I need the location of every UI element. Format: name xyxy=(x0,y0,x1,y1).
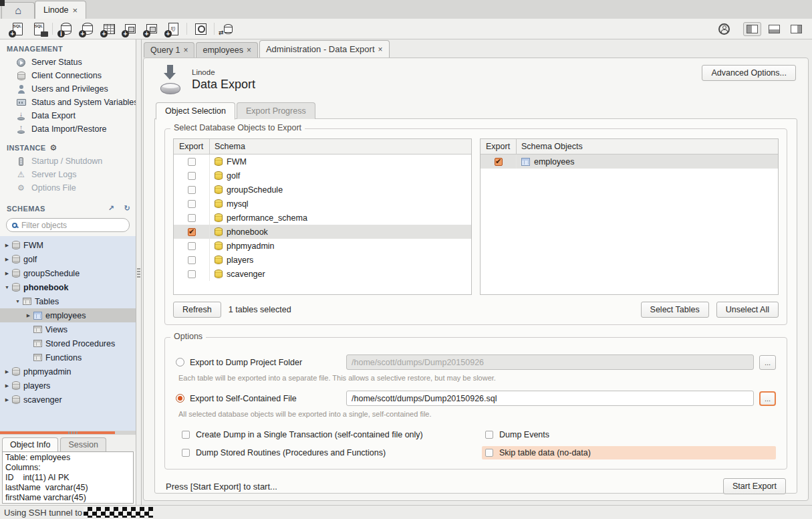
close-icon[interactable]: × xyxy=(183,45,188,55)
export-checkbox[interactable] xyxy=(188,228,196,236)
create-view-icon[interactable]: + xyxy=(121,20,140,37)
chevron-down-icon[interactable]: ▼ xyxy=(3,285,11,290)
toggle-bottom-panel-icon[interactable] xyxy=(765,22,783,36)
main-splitter[interactable] xyxy=(136,39,142,505)
create-procedure-icon[interactable]: + xyxy=(142,20,161,37)
export-checkbox[interactable] xyxy=(188,200,196,208)
close-icon[interactable]: × xyxy=(247,45,251,55)
table-row[interactable]: golf xyxy=(174,169,471,183)
sidebar-item-client-connections[interactable]: Client Connections xyxy=(0,69,136,82)
tab-session[interactable]: Session xyxy=(60,437,106,451)
close-icon[interactable]: × xyxy=(73,5,78,15)
new-sql-tab-icon[interactable]: SQL+ xyxy=(8,20,27,37)
tree-item-phpmyadmin[interactable]: ▶ phpmyadmin xyxy=(0,365,136,379)
checkbox[interactable] xyxy=(485,449,493,457)
tab-object-info[interactable]: Object Info xyxy=(2,437,58,451)
checkbox[interactable] xyxy=(182,431,190,439)
create-schema-icon[interactable]: + xyxy=(78,20,97,37)
export-checkbox[interactable] xyxy=(188,172,196,180)
tree-item-functions[interactable]: Functions xyxy=(0,350,136,365)
unselect-all-button[interactable]: Unselect All xyxy=(716,302,779,318)
start-export-button[interactable]: Start Export xyxy=(723,478,786,494)
sidebar-splitter[interactable] xyxy=(0,431,136,435)
sidebar-item-startup-shutdown[interactable]: Startup / Shutdown xyxy=(0,154,136,168)
dump-stored-routines-checkbox-row[interactable]: Dump Stored Routines (Procedures and Fun… xyxy=(178,446,472,459)
chevron-right-icon[interactable]: ▶ xyxy=(3,243,11,248)
toggle-left-panel-icon[interactable] xyxy=(743,22,761,36)
checkbox[interactable] xyxy=(485,431,493,439)
skip-table-data-checkbox-row[interactable]: Skip table data (no-data) xyxy=(482,446,776,459)
export-checkbox[interactable] xyxy=(188,214,196,222)
splitter-grip[interactable] xyxy=(137,268,140,278)
tab-export-progress[interactable]: Export Progress xyxy=(237,102,315,119)
chevron-right-icon[interactable]: ▶ xyxy=(3,383,11,389)
self-contained-path-input[interactable] xyxy=(346,391,754,406)
search-table-data-icon[interactable] xyxy=(191,20,210,37)
self-contained-browse-button[interactable]: ... xyxy=(759,391,776,406)
data-transfer-icon[interactable]: ⇄ xyxy=(219,20,237,37)
chevron-right-icon[interactable]: ▶ xyxy=(3,397,11,403)
tree-item-employees[interactable]: ▶ employees xyxy=(0,308,136,322)
tab-employees[interactable]: employees × xyxy=(196,42,257,58)
sidebar-item-users-privileges[interactable]: Users and Privileges xyxy=(0,82,136,96)
create-table-icon[interactable]: + xyxy=(100,20,118,37)
home-tab[interactable]: ⌂ xyxy=(1,2,35,19)
table-row[interactable]: phpmyadmin xyxy=(174,239,471,253)
dump-events-checkbox-row[interactable]: Dump Events xyxy=(482,428,776,441)
table-row[interactable]: mysql xyxy=(174,197,471,211)
connection-tab-linode[interactable]: Linode × xyxy=(35,1,86,19)
create-function-icon[interactable]: f()+ xyxy=(164,20,182,37)
table-row[interactable]: scavenger xyxy=(174,267,471,281)
chevron-right-icon[interactable]: ▶ xyxy=(3,257,11,262)
table-row-phonebook[interactable]: phonebook xyxy=(174,225,471,239)
notification-icon[interactable] xyxy=(718,23,730,35)
toggle-right-panel-icon[interactable] xyxy=(787,22,805,36)
export-checkbox[interactable] xyxy=(188,242,196,250)
export-checkbox[interactable] xyxy=(188,270,196,278)
table-row-employees[interactable]: employees xyxy=(481,154,778,169)
close-icon[interactable]: × xyxy=(378,45,383,54)
single-transaction-checkbox-row[interactable]: Create Dump in a Single Transaction (sel… xyxy=(178,428,472,441)
tab-query-1[interactable]: Query 1 × xyxy=(144,42,194,58)
chevron-right-icon[interactable]: ▶ xyxy=(3,271,11,276)
splitter-grip[interactable] xyxy=(68,431,78,434)
sidebar-item-data-export[interactable]: ↓ Data Export xyxy=(0,109,136,122)
table-row[interactable]: groupSchedule xyxy=(174,183,471,197)
tab-object-selection[interactable]: Object Selection xyxy=(156,102,235,120)
dump-folder-radio[interactable] xyxy=(176,358,184,367)
sidebar-item-options-file[interactable]: ⚙ Options File xyxy=(0,181,136,195)
tree-item-golf[interactable]: ▶ golf xyxy=(0,252,136,266)
filter-objects-input[interactable] xyxy=(21,221,125,230)
open-sql-script-icon[interactable]: SQL xyxy=(29,20,48,37)
chevron-right-icon[interactable]: ▶ xyxy=(3,369,11,375)
export-checkbox[interactable] xyxy=(188,186,196,194)
tree-item-players[interactable]: ▶ players xyxy=(0,379,136,393)
sidebar-item-data-import[interactable]: ↑ Data Import/Restore xyxy=(0,122,136,136)
export-checkbox[interactable] xyxy=(188,256,196,264)
dump-folder-browse-button[interactable]: ... xyxy=(759,355,776,370)
advanced-options-button[interactable]: Advanced Options... xyxy=(702,65,796,81)
refresh-schemas-icon[interactable]: ↻ xyxy=(124,204,130,213)
self-contained-radio[interactable] xyxy=(176,394,184,403)
select-tables-button[interactable]: Select Tables xyxy=(641,302,709,318)
table-row[interactable]: players xyxy=(174,253,471,267)
tree-item-groupschedule[interactable]: ▶ groupSchedule xyxy=(0,266,136,280)
table-row[interactable]: FWM xyxy=(174,154,471,169)
tree-item-scavenger[interactable]: ▶ scavenger xyxy=(0,393,136,407)
tree-item-fwm[interactable]: ▶ FWM xyxy=(0,238,136,252)
export-checkbox[interactable] xyxy=(495,158,503,166)
tree-item-views[interactable]: Views xyxy=(0,322,136,336)
inspect-database-icon[interactable]: i xyxy=(57,20,76,37)
sidebar-item-server-logs[interactable]: ⚠ Server Logs xyxy=(0,168,136,181)
dump-folder-path-input[interactable] xyxy=(346,354,754,370)
expand-panel-icon[interactable]: ↗ xyxy=(108,204,115,213)
tree-item-tables[interactable]: ▼ Tables xyxy=(0,294,136,308)
refresh-button[interactable]: Refresh xyxy=(173,302,221,318)
tab-administration-data-export[interactable]: Administration - Data Export × xyxy=(259,40,390,58)
sidebar-item-status-variables[interactable]: Status and System Variables xyxy=(0,96,136,109)
table-row[interactable]: performance_schema xyxy=(174,211,471,225)
chevron-down-icon[interactable]: ▼ xyxy=(13,299,22,304)
tree-item-stored-procedures[interactable]: Stored Procedures xyxy=(0,336,136,350)
tree-item-phonebook[interactable]: ▼ phonebook xyxy=(0,280,136,294)
checkbox[interactable] xyxy=(182,449,190,457)
